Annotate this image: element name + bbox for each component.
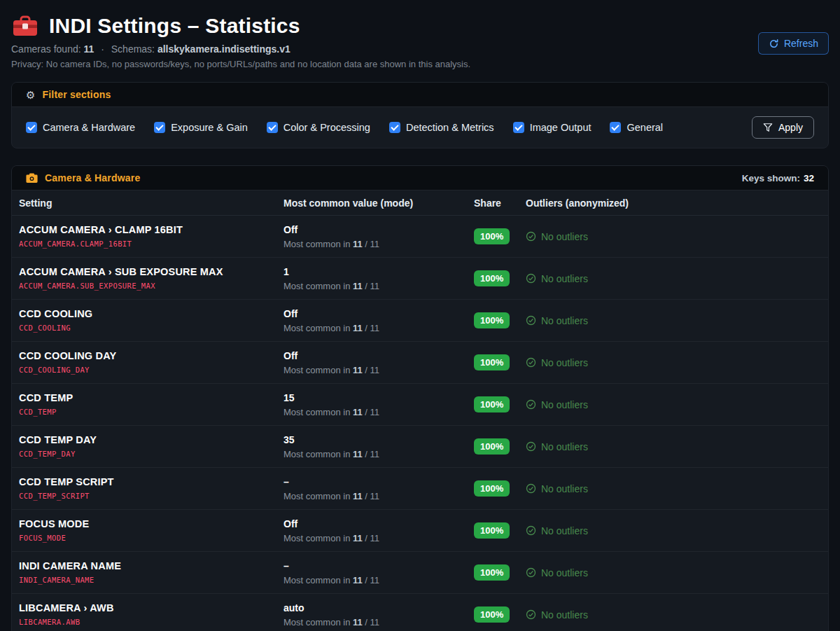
mode-value: Off — [284, 223, 474, 236]
setting-cell: CCD TEMP CCD_TEMP — [19, 391, 284, 417]
apply-button[interactable]: Apply — [752, 116, 814, 139]
filter-option-color-processing[interactable]: Color & Processing — [267, 122, 370, 133]
checkbox-checked-icon[interactable] — [154, 122, 165, 133]
outliers-label: No outliers — [541, 231, 588, 242]
table-row: ACCUM CAMERA › SUB EXPOSURE MAX ACCUM_CA… — [12, 258, 828, 300]
mode-value: Off — [284, 349, 474, 362]
setting-name: CCD TEMP DAY — [19, 434, 284, 446]
mode-note: Most common in 11 / 11 — [284, 239, 474, 249]
filter-option-detection-metrics[interactable]: Detection & Metrics — [389, 122, 494, 133]
setting-key: CCD_COOLING — [19, 324, 284, 332]
filter-panel-header: ⚙ Filter sections — [12, 83, 828, 107]
keys-shown-value: 32 — [804, 173, 814, 183]
mode-note: Most common in 11 / 11 — [284, 407, 474, 417]
filter-option-general[interactable]: General — [610, 122, 663, 133]
mode-cell: – Most common in 11 / 11 — [284, 560, 474, 585]
setting-name: INDI CAMERA NAME — [19, 560, 284, 572]
outliers-label: No outliers — [541, 609, 588, 620]
setting-key: ACCUM_CAMERA.CLAMP_16BIT — [19, 240, 284, 248]
mode-note: Most common in 11 / 11 — [284, 365, 474, 375]
check-circle-icon — [526, 315, 536, 326]
refresh-button[interactable]: Refresh — [758, 32, 829, 55]
table-row: CCD COOLING DAY CCD_COOLING_DAY Off Most… — [12, 342, 828, 384]
outliers-cell: No outliers — [526, 349, 821, 375]
mode-value: 35 — [284, 434, 474, 446]
column-header-setting: Setting — [19, 197, 284, 209]
mode-cell: 35 Most common in 11 / 11 — [284, 434, 474, 459]
checkbox-checked-icon[interactable] — [513, 122, 524, 133]
mode-cell: 1 Most common in 11 / 11 — [284, 265, 474, 291]
filter-funnel-icon — [763, 123, 773, 132]
share-cell: 100% — [474, 391, 526, 417]
mode-note: Most common in 11 / 11 — [284, 281, 474, 291]
setting-cell: INDI CAMERA NAME INDI_CAMERA_NAME — [19, 560, 284, 585]
setting-cell: ACCUM CAMERA › CLAMP 16BIT ACCUM_CAMERA.… — [19, 223, 284, 249]
share-cell: 100% — [474, 349, 526, 375]
table-row: ACCUM CAMERA › CLAMP 16BIT ACCUM_CAMERA.… — [12, 216, 828, 258]
checkbox-checked-icon[interactable] — [389, 122, 400, 133]
setting-key: FOCUS_MODE — [19, 534, 284, 542]
checkbox-checked-icon[interactable] — [26, 122, 37, 133]
setting-cell: CCD COOLING CCD_COOLING — [19, 307, 284, 333]
filter-option-label: Color & Processing — [284, 122, 370, 133]
setting-cell: CCD COOLING DAY CCD_COOLING_DAY — [19, 349, 284, 375]
share-badge: 100% — [474, 480, 510, 497]
share-badge: 100% — [474, 312, 510, 328]
share-cell: 100% — [474, 434, 526, 459]
filter-option-camera-hardware[interactable]: Camera & Hardware — [26, 122, 135, 133]
outliers-cell: No outliers — [526, 560, 821, 585]
setting-name: CCD TEMP — [19, 391, 284, 404]
outliers-label: No outliers — [541, 315, 588, 326]
refresh-label: Refresh — [784, 38, 818, 49]
mode-note: Most common in 11 / 11 — [284, 491, 474, 501]
mode-cell: Off Most common in 11 / 11 — [284, 307, 474, 333]
mode-cell: Off Most common in 11 / 11 — [284, 349, 474, 375]
outliers-cell: No outliers — [526, 223, 821, 249]
cameras-found-label: Cameras found: — [11, 43, 81, 55]
setting-name: CCD COOLING — [19, 307, 284, 320]
mode-cell: Off Most common in 11 / 11 — [284, 518, 474, 543]
column-header-mode: Most common value (mode) — [284, 197, 474, 209]
page-title: INDI Settings – Statistics — [49, 14, 300, 38]
share-badge: 100% — [474, 564, 510, 581]
setting-key: LIBCAMERA.AWB — [19, 618, 284, 626]
filter-option-image-output[interactable]: Image Output — [513, 122, 592, 133]
checkbox-checked-icon[interactable] — [267, 122, 278, 133]
refresh-icon — [769, 39, 779, 49]
column-header-share: Share — [474, 197, 526, 209]
table-row: INDI CAMERA NAME INDI_CAMERA_NAME – Most… — [12, 552, 828, 594]
setting-name: ACCUM CAMERA › CLAMP 16BIT — [19, 223, 284, 236]
filter-option-exposure-gain[interactable]: Exposure & Gain — [154, 122, 248, 133]
setting-key: CCD_TEMP_DAY — [19, 450, 284, 458]
setting-cell: FOCUS MODE FOCUS_MODE — [19, 518, 284, 543]
check-circle-icon — [526, 273, 536, 284]
filter-panel-title: Filter sections — [42, 89, 111, 100]
header-left: INDI Settings – Statistics Cameras found… — [11, 14, 470, 69]
keys-shown: Keys shown: 32 — [742, 173, 814, 183]
schemas-label: Schemas: — [111, 43, 155, 55]
outliers-label: No outliers — [541, 399, 588, 410]
meta-separator: · — [101, 43, 104, 55]
share-cell: 100% — [474, 265, 526, 291]
filter-option-label: Image Output — [530, 122, 592, 133]
cameras-found-value: 11 — [84, 43, 94, 55]
share-cell: 100% — [474, 476, 526, 501]
table-row: CCD TEMP DAY CCD_TEMP_DAY 35 Most common… — [12, 426, 828, 468]
checkbox-checked-icon[interactable] — [610, 122, 621, 133]
check-circle-icon — [526, 357, 536, 368]
meta-line: Cameras found: 11 · Schemas: allskykamer… — [11, 43, 470, 55]
page: INDI Settings – Statistics Cameras found… — [0, 0, 840, 631]
share-badge: 100% — [474, 228, 510, 244]
outliers-cell: No outliers — [526, 307, 821, 333]
share-cell: 100% — [474, 560, 526, 585]
filter-option-label: Detection & Metrics — [406, 122, 494, 133]
setting-key: INDI_CAMERA_NAME — [19, 576, 284, 584]
share-badge: 100% — [474, 396, 510, 412]
check-circle-icon — [526, 399, 536, 410]
mode-note: Most common in 11 / 11 — [284, 533, 474, 543]
title-row: INDI Settings – Statistics — [11, 14, 470, 38]
mode-cell: 15 Most common in 11 / 11 — [284, 391, 474, 417]
stats-panel-header: Camera & Hardware Keys shown: 32 — [12, 166, 828, 190]
setting-cell: CCD TEMP SCRIPT CCD_TEMP_SCRIPT — [19, 476, 284, 501]
mode-cell: auto Most common in 11 / 11 — [284, 602, 474, 627]
